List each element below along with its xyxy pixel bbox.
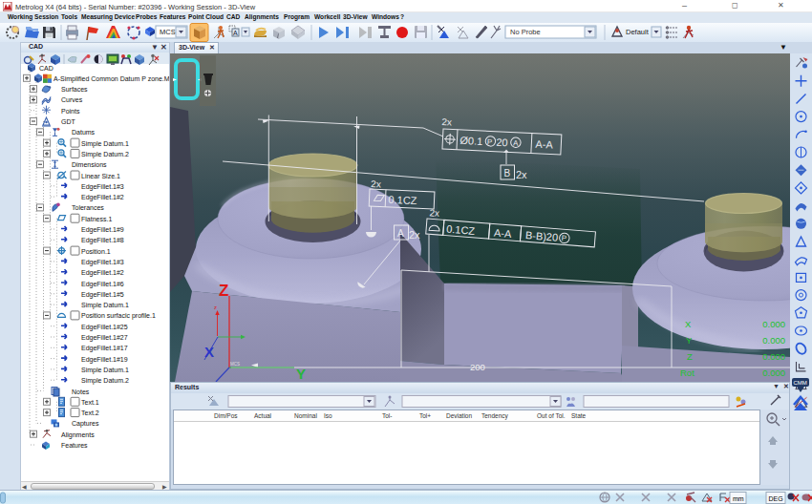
svg-text:MCS: MCS — [230, 362, 240, 367]
svg-text:Text.1: Text.1 — [81, 399, 99, 406]
svg-text:DEG: DEG — [769, 495, 783, 502]
svg-text:Z: Z — [219, 282, 228, 300]
svg-text:0.000: 0.000 — [762, 335, 785, 346]
svg-text:Position surfacic profile.1: Position surfacic profile.1 — [81, 312, 156, 320]
svg-text:EdgeFillet.1#3: EdgeFillet.1#3 — [81, 183, 124, 191]
svg-text:Notes: Notes — [72, 388, 90, 395]
svg-text:Rot: Rot — [680, 368, 694, 378]
svg-text:MCS: MCS — [160, 28, 176, 36]
svg-text:Dimensions: Dimensions — [72, 161, 107, 168]
svg-text:EdgeFillet.1#3: EdgeFillet.1#3 — [81, 259, 124, 266]
svg-text:A: A — [397, 228, 404, 239]
svg-text:EdgeFillet.1#8: EdgeFillet.1#8 — [81, 237, 124, 244]
svg-text:EdgeFillet.1#9: EdgeFillet.1#9 — [81, 226, 124, 234]
svg-text:CAD: CAD — [39, 65, 53, 72]
svg-text:Text.2: Text.2 — [81, 410, 99, 416]
svg-text:Simple Datum.2: Simple Datum.2 — [81, 377, 129, 385]
svg-text:EdgeFillet.1#2: EdgeFillet.1#2 — [81, 194, 124, 201]
svg-text:Simple Datum.1: Simple Datum.1 — [81, 367, 129, 374]
svg-text:i: i — [277, 32, 279, 40]
svg-text:Surfaces: Surfaces — [61, 86, 88, 93]
svg-text:2x: 2x — [371, 178, 381, 189]
svg-text:A-Simplified Common Datum P zo: A-Simplified Common Datum P zone.M — [53, 75, 169, 83]
svg-text:Curves: Curves — [61, 96, 83, 103]
svg-text:Captures: Captures — [72, 420, 99, 428]
svg-text:Linear Size.1: Linear Size.1 — [81, 173, 120, 179]
svg-text:mm: mm — [733, 495, 744, 502]
svg-text:No Probe: No Probe — [510, 28, 541, 36]
svg-text:EdgeFillet.1#27: EdgeFillet.1#27 — [81, 334, 128, 342]
svg-text:Position.1: Position.1 — [81, 248, 111, 255]
svg-text:P: P — [487, 137, 493, 146]
svg-text:2x: 2x — [409, 229, 420, 241]
svg-text:GDT: GDT — [61, 118, 76, 125]
svg-text:Alignments: Alignments — [61, 431, 95, 439]
svg-text:CMM: CMM — [794, 380, 807, 386]
svg-text:200: 200 — [470, 362, 485, 372]
svg-text:A-A: A-A — [494, 227, 513, 240]
svg-text:Points: Points — [61, 108, 80, 115]
svg-text:EdgeFillet.1#2: EdgeFillet.1#2 — [81, 269, 124, 277]
svg-text:A-A: A-A — [535, 138, 554, 151]
svg-text:Features: Features — [61, 442, 88, 449]
svg-text:EdgeFillet.1#6: EdgeFillet.1#6 — [81, 281, 124, 288]
svg-text:Y: Y — [686, 335, 693, 346]
svg-text:0.000: 0.000 — [762, 319, 785, 329]
svg-text:2x: 2x — [441, 116, 452, 128]
svg-text:0.000: 0.000 — [762, 351, 785, 362]
svg-text:0.000: 0.000 — [762, 368, 785, 378]
svg-text:Simple Datum.1: Simple Datum.1 — [81, 140, 129, 148]
svg-text:0.1CZ: 0.1CZ — [446, 223, 476, 237]
svg-text:A: A — [233, 30, 238, 36]
svg-text:Y: Y — [296, 366, 306, 382]
svg-text:2x: 2x — [429, 207, 439, 219]
svg-text:EdgeFillet.1#25: EdgeFillet.1#25 — [81, 324, 128, 331]
svg-text:X: X — [685, 319, 692, 329]
svg-text:EdgeFillet.1#19: EdgeFillet.1#19 — [81, 356, 128, 364]
svg-text:20: 20 — [496, 136, 508, 149]
svg-text:Flatness.1: Flatness.1 — [81, 216, 112, 222]
svg-text:Datums: Datums — [72, 129, 96, 136]
svg-text:X: X — [204, 344, 214, 360]
svg-text:Tolerances: Tolerances — [72, 204, 104, 211]
svg-text:Z: Z — [687, 351, 693, 362]
svg-text:2x: 2x — [516, 169, 527, 180]
svg-text:Simple Datum.1: Simple Datum.1 — [81, 302, 129, 309]
svg-text:0.1CZ: 0.1CZ — [388, 194, 417, 206]
svg-text:EdgeFillet.1#17: EdgeFillet.1#17 — [81, 345, 128, 352]
svg-text:z: z — [214, 304, 217, 310]
svg-text:Default: Default — [626, 28, 650, 36]
svg-text:Ø0.1: Ø0.1 — [459, 135, 482, 147]
svg-text:B: B — [504, 168, 511, 178]
svg-text:EdgeFillet.1#5: EdgeFillet.1#5 — [81, 291, 124, 299]
svg-text:P: P — [561, 234, 566, 242]
svg-text:Simple Datum.2: Simple Datum.2 — [81, 151, 129, 158]
